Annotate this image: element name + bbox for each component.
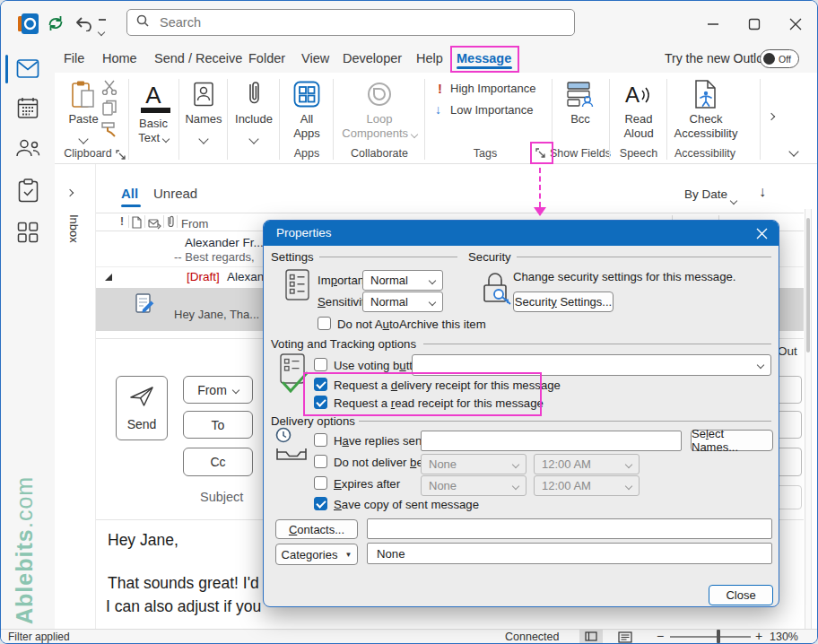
undo-icon[interactable] [74,15,92,35]
layout-reading-view-icon[interactable] [618,631,632,644]
layout-normal-view-icon[interactable] [579,629,603,643]
group-expand-triangle-icon[interactable] [105,274,112,281]
tab-home[interactable]: Home [102,51,137,65]
clipboard-dialog-launcher-icon[interactable] [116,148,126,164]
paste-button[interactable]: Paste [64,78,103,145]
basic-text-button[interactable]: A Basic Text [132,78,175,145]
bcc-button[interactable]: Bcc [555,78,605,126]
more-apps-nav-icon[interactable] [17,222,39,247]
outlook-app-icon[interactable] [18,13,39,38]
folder-pane-inbox-label[interactable]: Inbox [67,214,81,243]
copy-icon[interactable] [102,100,117,120]
autoarchive-checkbox[interactable] [318,317,331,330]
select-names-button[interactable]: Select Names... [691,430,773,451]
names-dropdown-icon[interactable] [198,134,208,144]
all-apps-button[interactable]: All Apps [283,78,331,141]
tab-send-receive[interactable]: Send / Receive [154,51,242,65]
expires-date-combo[interactable]: None [421,475,526,496]
close-window-button[interactable] [787,15,805,37]
paste-dropdown-icon[interactable] [78,134,88,144]
dialog-title-bar[interactable]: Properties [264,221,779,246]
tab-developer[interactable]: Developer [343,51,402,65]
low-importance-button[interactable]: Low Importance [450,103,534,117]
high-importance-button[interactable]: High Importance [450,82,535,95]
include-dropdown-icon[interactable] [248,134,258,144]
save-copy-checkbox[interactable] [314,497,327,510]
zoom-slider-track[interactable] [670,636,751,638]
send-button[interactable]: Send [116,376,168,440]
zoom-slider-thumb[interactable] [717,630,720,643]
names-button[interactable]: Names [182,78,225,145]
new-outlook-toggle[interactable]: Off [760,49,799,68]
pop-out-button-partial[interactable]: Out [778,344,797,358]
sort-dropdown-icon[interactable] [731,191,736,207]
to-button[interactable]: To [183,411,253,439]
filter-tab-unread[interactable]: Unread [153,186,197,201]
use-voting-checkbox[interactable] [314,358,327,371]
tab-view[interactable]: View [301,51,329,65]
col-importance-icon[interactable]: ! [120,215,124,228]
search-box[interactable] [126,9,575,36]
mail-nav-icon[interactable] [16,58,39,83]
have-replies-input[interactable] [421,431,682,451]
importance-select[interactable]: Normal [362,270,443,291]
categories-button[interactable]: Categories ▼ [275,544,358,565]
tab-folder[interactable]: Folder [248,51,285,65]
contacts-button[interactable]: Contacts... [275,519,358,539]
security-text: Change security settings for this messag… [513,270,735,283]
col-from-header[interactable]: From [181,217,208,231]
autoarchive-label[interactable]: Do not AutoArchive this item [337,318,486,331]
status-connected[interactable]: Connected [505,631,559,643]
check-accessibility-button[interactable]: Check Accessibility [670,78,742,141]
quick-access-customize-icon[interactable] [99,19,106,39]
scrollbar-thumb[interactable] [806,218,810,352]
tab-help[interactable]: Help [416,51,443,65]
calendar-nav-icon[interactable] [17,97,39,123]
zoom-level[interactable]: 130% [770,631,798,643]
col-attachment-icon[interactable] [166,215,175,232]
expires-time-combo[interactable]: 12:00 AM [534,475,640,496]
body-line-2[interactable]: That sounds great! I'd [108,574,259,593]
people-nav-icon[interactable] [15,138,40,161]
loop-components-button[interactable]: Loop Components [336,78,422,141]
minimize-button[interactable] [704,15,722,37]
deliver-before-checkbox[interactable] [314,455,327,468]
expand-folder-pane-icon[interactable] [67,183,73,199]
tasks-nav-icon[interactable] [18,178,39,206]
categories-input[interactable]: None [367,543,772,564]
contacts-input[interactable] [367,518,772,539]
body-line-1[interactable]: Hey Jane, [108,531,178,550]
annotation-arrow-head [534,207,546,216]
save-copy-label[interactable]: Save copy of sent message [334,498,479,511]
ribbon-more-button[interactable] [769,107,774,123]
cut-icon[interactable] [101,80,117,99]
expires-checkbox[interactable] [314,476,327,490]
search-input[interactable] [158,14,565,30]
tab-file[interactable]: File [64,51,84,65]
security-settings-button[interactable]: Security Settings... [513,292,614,312]
send-receive-icon[interactable] [47,14,65,36]
close-button[interactable]: Close [709,585,773,605]
have-replies-checkbox[interactable] [314,433,327,447]
zoom-out-button[interactable]: − [657,629,664,643]
read-aloud-button[interactable]: A Read Aloud [613,78,665,141]
maximize-button[interactable] [745,15,763,37]
dialog-close-icon[interactable] [756,227,768,243]
expires-label[interactable]: Expires after [334,477,400,491]
col-itemtype-icon[interactable] [132,216,142,232]
sort-by-date[interactable]: By Date [684,187,727,201]
watermark-brand: Ablebits [12,528,38,624]
watermark-suffix: .com [12,476,38,528]
include-button[interactable]: Include [231,78,277,145]
ribbon-collapse-icon[interactable] [790,143,797,159]
deliver-time-combo[interactable]: 12:00 AM [534,454,640,474]
zoom-in-button[interactable]: + [755,629,762,643]
format-painter-icon[interactable] [100,121,118,141]
cc-button[interactable]: Cc [183,448,253,476]
filter-tab-all[interactable]: All [121,186,138,201]
sensitivity-select[interactable]: Normal [362,292,443,312]
from-button[interactable]: From [183,376,253,404]
deliver-date-combo[interactable]: None [421,454,526,474]
body-line-3[interactable]: I can also adjust if you [106,597,261,616]
sort-direction-icon[interactable]: ↓ [759,184,766,200]
